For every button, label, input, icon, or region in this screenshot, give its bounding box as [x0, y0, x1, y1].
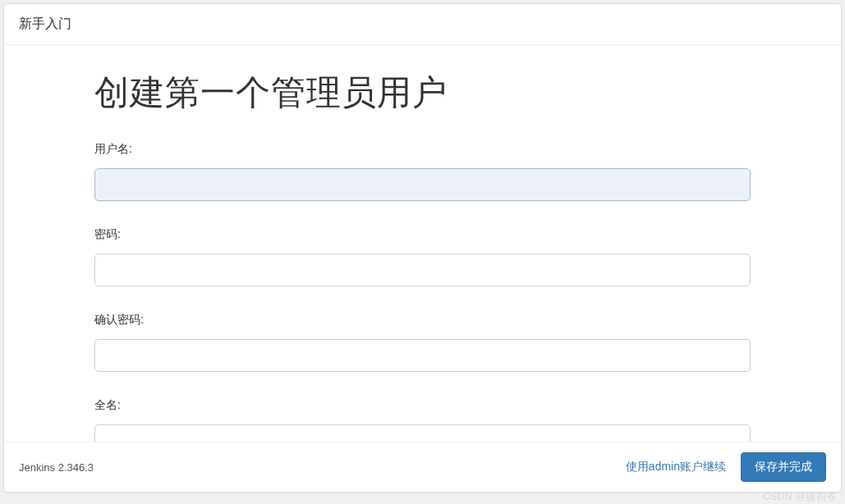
- username-label: 用户名:: [94, 142, 751, 157]
- password-label: 密码:: [94, 227, 751, 242]
- save-and-finish-button[interactable]: 保存并完成: [741, 452, 826, 482]
- form-group-username: 用户名:: [94, 142, 751, 201]
- footer-actions: 使用admin账户继续 保存并完成: [626, 452, 826, 482]
- form-group-password: 密码:: [94, 227, 751, 286]
- modal-title: 新手入门: [19, 16, 71, 30]
- modal-header: 新手入门: [4, 4, 841, 45]
- confirm-password-input[interactable]: [94, 339, 751, 372]
- confirm-password-label: 确认密码:: [94, 313, 751, 328]
- watermark-text: CSDN @猫四爷: [763, 490, 837, 504]
- form-group-fullname: 全名:: [94, 398, 751, 442]
- version-text: Jenkins 2.346.3: [19, 461, 94, 474]
- fullname-label: 全名:: [94, 398, 751, 413]
- password-input[interactable]: [94, 254, 751, 286]
- form-container: 创建第一个管理员用户 用户名: 密码: 确认密码: 全名:: [4, 45, 841, 442]
- modal-body[interactable]: 创建第一个管理员用户 用户名: 密码: 确认密码: 全名:: [4, 45, 841, 442]
- form-group-confirm-password: 确认密码:: [94, 313, 751, 372]
- page-title: 创建第一个管理员用户: [94, 70, 751, 116]
- setup-wizard-modal: 新手入门 创建第一个管理员用户 用户名: 密码: 确认密码: 全名: Jen: [3, 3, 842, 493]
- modal-footer: Jenkins 2.346.3 使用admin账户继续 保存并完成: [4, 442, 841, 492]
- fullname-input[interactable]: [94, 424, 751, 442]
- username-input[interactable]: [94, 168, 751, 201]
- skip-admin-button[interactable]: 使用admin账户继续: [626, 460, 726, 474]
